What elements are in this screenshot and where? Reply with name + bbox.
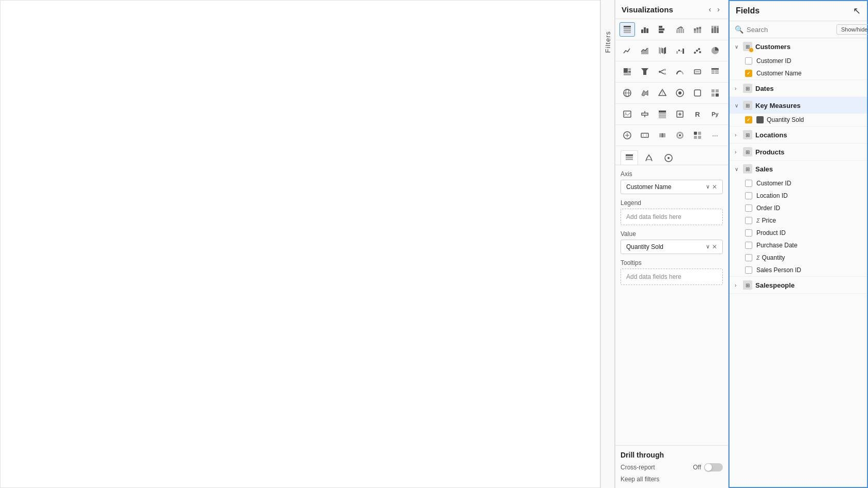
tab-analytics[interactable]: [660, 150, 677, 165]
checkbox-order-id[interactable]: [745, 204, 752, 212]
axis-chevron-icon[interactable]: ∨: [706, 183, 710, 190]
field-item-order-id[interactable]: Order ID: [730, 202, 867, 214]
checkbox-product-id[interactable]: [745, 229, 752, 237]
svg-marker-40: [641, 68, 648, 75]
viz-icon-more[interactable]: ···: [707, 128, 723, 143]
field-order-id-name: Order ID: [756, 204, 780, 212]
value-field[interactable]: Quantity Sold ∨ ✕: [621, 240, 723, 254]
field-item-product-id[interactable]: Product ID: [730, 227, 867, 239]
viz-icon-bar[interactable]: [637, 22, 653, 37]
viz-icon-custom1[interactable]: [619, 128, 635, 143]
viz-icon-grid-row1: [615, 19, 728, 40]
viz-icon-area[interactable]: [637, 43, 653, 58]
viz-icon-r[interactable]: R: [690, 107, 705, 121]
fields-panel-cursor-icon[interactable]: ↖: [853, 5, 861, 17]
viz-icon-filled-map[interactable]: [637, 86, 653, 100]
viz-icon-scatter[interactable]: [690, 43, 705, 58]
field-item-sales-person-id[interactable]: Sales Person ID: [730, 264, 867, 276]
viz-icon-stacked[interactable]: [690, 22, 705, 37]
viz-icon-azure[interactable]: [655, 86, 670, 100]
field-group-dates-header[interactable]: › ⊞ Dates: [730, 80, 867, 97]
viz-icon-bar-h[interactable]: [655, 22, 670, 37]
field-item-sales-customer-id[interactable]: Customer ID: [730, 177, 867, 190]
checkbox-quantity[interactable]: [745, 254, 752, 261]
viz-icon-funnel[interactable]: [637, 65, 653, 79]
viz-icon-table3[interactable]: [655, 107, 670, 121]
viz-icon-waterfall[interactable]: [672, 43, 688, 58]
viz-icon-decomp[interactable]: [655, 65, 670, 79]
viz-icon-shape[interactable]: [690, 86, 705, 100]
viz-icon-map[interactable]: [619, 86, 635, 100]
viz-icon-custom4[interactable]: [672, 128, 688, 143]
checkbox-customer-id[interactable]: [745, 57, 752, 65]
svg-point-41: [659, 71, 661, 73]
field-item-customer-id[interactable]: Customer ID: [730, 55, 867, 67]
tab-fields[interactable]: [621, 150, 638, 165]
viz-icon-table2[interactable]: [707, 86, 723, 100]
checkbox-sales-customer-id[interactable]: [745, 180, 752, 187]
field-group-customers-header[interactable]: ∨ ⊞ Customers: [730, 38, 867, 55]
svg-rect-38: [628, 71, 631, 73]
field-group-locations-header[interactable]: › ⊞ Locations: [730, 127, 867, 143]
viz-icon-python[interactable]: Py: [707, 107, 723, 121]
toggle-track[interactable]: [704, 463, 723, 471]
viz-icon-custom2[interactable]: [637, 128, 653, 143]
viz-icon-ribbon[interactable]: [655, 43, 670, 58]
viz-icon-line[interactable]: [619, 43, 635, 58]
svg-rect-63: [711, 93, 715, 97]
viz-icon-treemap[interactable]: [619, 65, 635, 79]
field-item-purchase-date[interactable]: Purchase Date: [730, 239, 867, 251]
checkbox-purchase-date[interactable]: [745, 242, 752, 249]
field-item-quantity[interactable]: Σ Quantity: [730, 251, 867, 264]
field-group-salespeople-header[interactable]: › ⊞ Salespeople: [730, 277, 867, 293]
viz-icon-card[interactable]: [690, 65, 705, 79]
checkbox-sales-person-id[interactable]: [745, 266, 752, 274]
svg-rect-8: [659, 28, 664, 30]
viz-icon-100pct[interactable]: [707, 22, 723, 37]
svg-point-97: [668, 157, 670, 159]
value-close-icon[interactable]: ✕: [712, 243, 717, 250]
svg-rect-65: [624, 111, 631, 117]
field-item-location-id[interactable]: Location ID: [730, 190, 867, 202]
viz-icon-line-bar[interactable]: [672, 22, 688, 37]
viz-prev-arrow[interactable]: ‹: [707, 4, 714, 14]
viz-fields-area: Axis Customer Name ∨ ✕ Legend Add data f…: [615, 165, 728, 445]
value-chevron-icon[interactable]: ∨: [706, 243, 710, 250]
field-group-key-measures-header[interactable]: ∨ ⊞ Key Measures: [730, 97, 867, 114]
svg-rect-20: [711, 28, 714, 33]
checkbox-quantity-sold[interactable]: [745, 116, 752, 123]
viz-icon-matrix[interactable]: [707, 65, 723, 79]
key-measures-group-name: Key Measures: [755, 102, 800, 109]
fields-search-input[interactable]: [747, 26, 833, 34]
field-item-price[interactable]: Σ Price: [730, 214, 867, 227]
viz-icon-smart[interactable]: [672, 107, 688, 121]
viz-icon-pie[interactable]: [707, 43, 723, 58]
viz-icon-gauge[interactable]: [672, 65, 688, 79]
viz-icon-arcgis[interactable]: [672, 86, 688, 100]
field-product-id-name: Product ID: [756, 229, 786, 237]
axis-close-icon[interactable]: ✕: [712, 183, 717, 191]
viz-icon-kpi[interactable]: [637, 107, 653, 121]
field-group-sales-header[interactable]: ∨ ⊞ Sales: [730, 161, 867, 177]
field-group-dates: › ⊞ Dates: [730, 80, 867, 97]
tooltips-drop-zone[interactable]: Add data fields here: [621, 269, 723, 285]
tab-format[interactable]: [640, 150, 658, 165]
legend-drop-zone[interactable]: Add data fields here: [621, 209, 723, 225]
viz-icon-custom5[interactable]: [690, 128, 705, 143]
checkbox-customer-name[interactable]: [745, 70, 752, 77]
viz-icon-table[interactable]: [619, 22, 635, 37]
field-group-products-header[interactable]: › ⊞ Products: [730, 144, 867, 160]
checkbox-price[interactable]: [745, 217, 752, 224]
viz-icon-custom3[interactable]: [655, 128, 670, 143]
toggle-thumb: [705, 464, 712, 471]
viz-icon-image[interactable]: [619, 107, 635, 121]
field-item-quantity-sold[interactable]: Quantity Sold: [730, 114, 867, 126]
field-item-customer-name[interactable]: Customer Name: [730, 67, 867, 80]
viz-next-arrow[interactable]: ›: [715, 4, 722, 14]
show-hide-button[interactable]: Show/hide pane: [836, 24, 868, 35]
svg-rect-16: [696, 29, 699, 33]
axis-field[interactable]: Customer Name ∨ ✕: [621, 180, 723, 194]
checkbox-location-id[interactable]: [745, 192, 752, 199]
toggle-off-label: Off: [693, 464, 701, 471]
svg-point-59: [678, 91, 681, 95]
